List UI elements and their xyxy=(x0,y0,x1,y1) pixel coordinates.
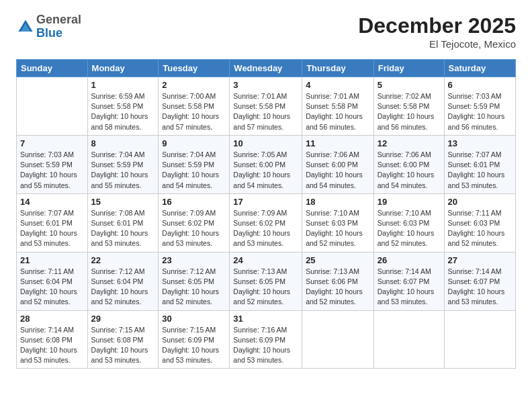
day-info: Sunrise: 7:01 AM Sunset: 5:58 PM Dayligh… xyxy=(233,91,298,132)
day-number: 30 xyxy=(162,314,226,324)
calendar-cell: 4Sunrise: 7:01 AM Sunset: 5:58 PM Daylig… xyxy=(302,77,374,136)
calendar-cell: 31Sunrise: 7:16 AM Sunset: 6:09 PM Dayli… xyxy=(230,310,302,369)
calendar-cell: 22Sunrise: 7:12 AM Sunset: 6:04 PM Dayli… xyxy=(87,252,159,310)
calendar-cell: 17Sunrise: 7:09 AM Sunset: 6:02 PM Dayli… xyxy=(230,193,302,252)
calendar-cell: 10Sunrise: 7:05 AM Sunset: 6:00 PM Dayli… xyxy=(230,135,302,193)
day-number: 28 xyxy=(20,314,84,324)
day-info: Sunrise: 7:07 AM Sunset: 6:01 PM Dayligh… xyxy=(448,150,512,191)
calendar-week-row: 14Sunrise: 7:07 AM Sunset: 6:01 PM Dayli… xyxy=(17,193,516,252)
day-info: Sunrise: 7:13 AM Sunset: 6:05 PM Dayligh… xyxy=(233,267,298,308)
calendar-cell: 26Sunrise: 7:14 AM Sunset: 6:07 PM Dayli… xyxy=(373,252,444,310)
calendar-cell: 11Sunrise: 7:06 AM Sunset: 6:00 PM Dayli… xyxy=(302,135,374,193)
day-info: Sunrise: 7:09 AM Sunset: 6:02 PM Dayligh… xyxy=(162,208,226,249)
calendar-cell: 28Sunrise: 7:14 AM Sunset: 6:08 PM Dayli… xyxy=(17,310,88,369)
calendar-cell xyxy=(373,310,444,369)
calendar-cell: 2Sunrise: 7:00 AM Sunset: 5:58 PM Daylig… xyxy=(159,77,230,136)
header: General Blue December 2025 El Tejocote, … xyxy=(16,13,516,50)
calendar-cell: 7Sunrise: 7:03 AM Sunset: 5:59 PM Daylig… xyxy=(17,135,88,193)
calendar-cell: 9Sunrise: 7:04 AM Sunset: 5:59 PM Daylig… xyxy=(159,135,230,193)
day-number: 24 xyxy=(233,255,298,265)
day-number: 2 xyxy=(162,80,226,90)
day-number: 3 xyxy=(233,80,298,90)
calendar-cell: 8Sunrise: 7:04 AM Sunset: 5:59 PM Daylig… xyxy=(87,135,159,193)
day-info: Sunrise: 7:10 AM Sunset: 6:03 PM Dayligh… xyxy=(306,208,370,249)
calendar-cell: 25Sunrise: 7:13 AM Sunset: 6:06 PM Dayli… xyxy=(302,252,374,310)
day-number: 19 xyxy=(378,197,441,207)
calendar-cell: 14Sunrise: 7:07 AM Sunset: 6:01 PM Dayli… xyxy=(17,193,88,252)
calendar-cell: 21Sunrise: 7:11 AM Sunset: 6:04 PM Dayli… xyxy=(17,252,88,310)
day-number: 14 xyxy=(20,197,84,207)
calendar-cell: 30Sunrise: 7:15 AM Sunset: 6:09 PM Dayli… xyxy=(159,310,230,369)
calendar-week-row: 7Sunrise: 7:03 AM Sunset: 5:59 PM Daylig… xyxy=(17,135,516,193)
weekday-header: Wednesday xyxy=(230,60,302,77)
day-info: Sunrise: 7:03 AM Sunset: 5:59 PM Dayligh… xyxy=(20,150,84,191)
day-number: 12 xyxy=(378,138,441,148)
day-info: Sunrise: 7:14 AM Sunset: 6:07 PM Dayligh… xyxy=(378,267,441,308)
weekday-header: Friday xyxy=(373,60,444,77)
location: El Tejocote, Mexico xyxy=(358,38,516,50)
calendar-cell: 12Sunrise: 7:06 AM Sunset: 6:00 PM Dayli… xyxy=(373,135,444,193)
day-info: Sunrise: 7:04 AM Sunset: 5:59 PM Dayligh… xyxy=(162,150,226,191)
calendar-cell xyxy=(17,77,88,136)
day-number: 10 xyxy=(233,138,298,148)
calendar-cell: 6Sunrise: 7:03 AM Sunset: 5:59 PM Daylig… xyxy=(444,77,515,136)
day-number: 4 xyxy=(306,80,370,90)
day-info: Sunrise: 7:07 AM Sunset: 6:01 PM Dayligh… xyxy=(20,208,84,249)
day-info: Sunrise: 7:12 AM Sunset: 6:04 PM Dayligh… xyxy=(91,267,155,308)
weekday-header: Thursday xyxy=(302,60,374,77)
day-info: Sunrise: 7:15 AM Sunset: 6:08 PM Dayligh… xyxy=(91,325,155,366)
day-number: 26 xyxy=(378,255,441,265)
logo-icon xyxy=(16,17,35,36)
day-number: 23 xyxy=(162,255,226,265)
logo: General Blue xyxy=(16,13,81,40)
day-number: 22 xyxy=(91,255,155,265)
calendar-cell: 16Sunrise: 7:09 AM Sunset: 6:02 PM Dayli… xyxy=(159,193,230,252)
day-number: 17 xyxy=(233,197,298,207)
day-info: Sunrise: 7:02 AM Sunset: 5:58 PM Dayligh… xyxy=(378,91,441,132)
day-info: Sunrise: 7:14 AM Sunset: 6:07 PM Dayligh… xyxy=(448,267,512,308)
day-number: 18 xyxy=(306,197,370,207)
day-info: Sunrise: 7:11 AM Sunset: 6:04 PM Dayligh… xyxy=(20,267,84,308)
calendar-cell: 18Sunrise: 7:10 AM Sunset: 6:03 PM Dayli… xyxy=(302,193,374,252)
day-info: Sunrise: 6:59 AM Sunset: 5:58 PM Dayligh… xyxy=(91,91,155,132)
title-block: December 2025 El Tejocote, Mexico xyxy=(358,13,516,50)
month-title: December 2025 xyxy=(358,13,516,38)
day-info: Sunrise: 7:14 AM Sunset: 6:08 PM Dayligh… xyxy=(20,325,84,366)
day-number: 11 xyxy=(306,138,370,148)
logo-blue: Blue xyxy=(36,26,62,40)
day-number: 31 xyxy=(233,314,298,324)
day-info: Sunrise: 7:15 AM Sunset: 6:09 PM Dayligh… xyxy=(162,325,226,366)
day-number: 21 xyxy=(20,255,84,265)
day-info: Sunrise: 7:13 AM Sunset: 6:06 PM Dayligh… xyxy=(306,267,370,308)
day-number: 29 xyxy=(91,314,155,324)
day-number: 20 xyxy=(448,197,512,207)
calendar-cell: 3Sunrise: 7:01 AM Sunset: 5:58 PM Daylig… xyxy=(230,77,302,136)
day-info: Sunrise: 7:10 AM Sunset: 6:03 PM Dayligh… xyxy=(378,208,441,249)
day-info: Sunrise: 7:09 AM Sunset: 6:02 PM Dayligh… xyxy=(233,208,298,249)
day-number: 16 xyxy=(162,197,226,207)
day-number: 13 xyxy=(448,138,512,148)
weekday-header: Sunday xyxy=(17,60,88,77)
calendar-cell: 13Sunrise: 7:07 AM Sunset: 6:01 PM Dayli… xyxy=(444,135,515,193)
day-number: 7 xyxy=(20,138,84,148)
calendar-cell: 20Sunrise: 7:11 AM Sunset: 6:03 PM Dayli… xyxy=(444,193,515,252)
day-number: 15 xyxy=(91,197,155,207)
calendar: SundayMondayTuesdayWednesdayThursdayFrid… xyxy=(16,59,516,369)
day-number: 9 xyxy=(162,138,226,148)
day-info: Sunrise: 7:06 AM Sunset: 6:00 PM Dayligh… xyxy=(306,150,370,191)
day-info: Sunrise: 7:04 AM Sunset: 5:59 PM Dayligh… xyxy=(91,150,155,191)
day-info: Sunrise: 7:16 AM Sunset: 6:09 PM Dayligh… xyxy=(233,325,298,366)
day-info: Sunrise: 7:01 AM Sunset: 5:58 PM Dayligh… xyxy=(306,91,370,132)
day-number: 1 xyxy=(91,80,155,90)
day-info: Sunrise: 7:05 AM Sunset: 6:00 PM Dayligh… xyxy=(233,150,298,191)
day-info: Sunrise: 7:11 AM Sunset: 6:03 PM Dayligh… xyxy=(448,208,512,249)
day-info: Sunrise: 7:03 AM Sunset: 5:59 PM Dayligh… xyxy=(448,91,512,132)
day-number: 5 xyxy=(378,80,441,90)
calendar-week-row: 21Sunrise: 7:11 AM Sunset: 6:04 PM Dayli… xyxy=(17,252,516,310)
calendar-cell: 1Sunrise: 6:59 AM Sunset: 5:58 PM Daylig… xyxy=(87,77,159,136)
calendar-week-row: 28Sunrise: 7:14 AM Sunset: 6:08 PM Dayli… xyxy=(17,310,516,369)
page: General Blue December 2025 El Tejocote, … xyxy=(0,0,532,411)
day-info: Sunrise: 7:08 AM Sunset: 6:01 PM Dayligh… xyxy=(91,208,155,249)
calendar-cell: 15Sunrise: 7:08 AM Sunset: 6:01 PM Dayli… xyxy=(87,193,159,252)
calendar-cell: 24Sunrise: 7:13 AM Sunset: 6:05 PM Dayli… xyxy=(230,252,302,310)
